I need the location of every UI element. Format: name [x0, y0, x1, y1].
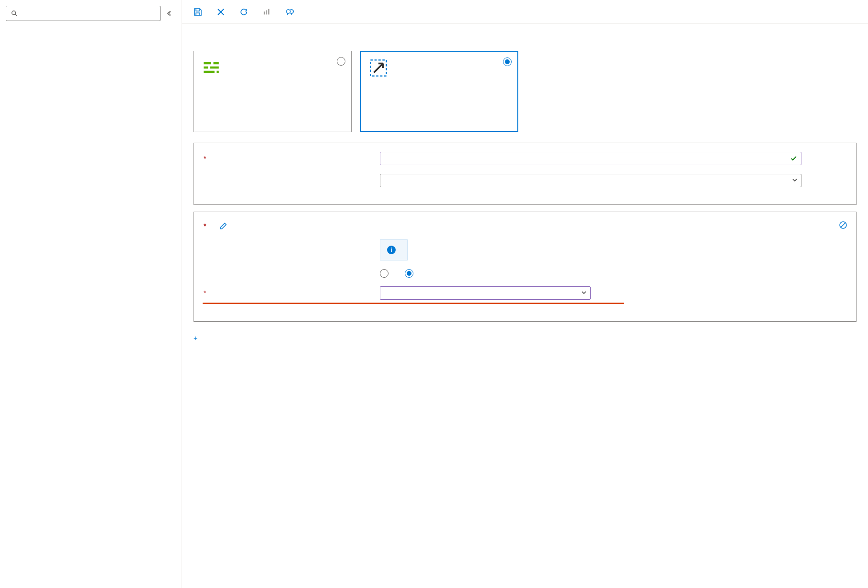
disable-condition-icon[interactable]	[839, 221, 847, 231]
tab-bar	[182, 24, 868, 31]
search-input[interactable]	[22, 10, 156, 17]
chevron-down-icon	[581, 289, 587, 297]
plus-icon: +	[194, 334, 197, 342]
info-icon: i	[387, 246, 396, 254]
delete-warning-info: i	[380, 239, 408, 260]
radio-icon	[337, 57, 345, 66]
scale-mode-count-radio[interactable]	[405, 269, 417, 278]
search-icon	[10, 9, 19, 18]
edit-condition-button[interactable]	[219, 222, 227, 230]
toolbar	[182, 0, 868, 24]
highlight-underline	[203, 303, 624, 304]
resource-group-select[interactable]	[380, 174, 801, 187]
condition-instance-count-select[interactable]	[380, 286, 591, 300]
autoscale-name-input[interactable]	[380, 152, 801, 165]
discard-button[interactable]	[217, 8, 228, 16]
svg-rect-3	[266, 10, 267, 14]
radio-icon	[503, 57, 512, 66]
sidebar	[0, 0, 182, 588]
svg-point-0	[12, 11, 16, 15]
svg-rect-8	[204, 67, 208, 69]
svg-rect-4	[268, 9, 270, 14]
manual-scale-icon	[202, 58, 221, 77]
svg-rect-2	[264, 11, 265, 14]
scale-mode-metric-radio[interactable]	[380, 269, 392, 278]
autoscale-name-label: *	[203, 155, 380, 162]
manual-scale-card[interactable]	[194, 51, 352, 132]
main-content: *	[182, 0, 868, 588]
autoscale-settings-panel: *	[194, 143, 857, 205]
svg-rect-6	[204, 62, 211, 65]
collapse-sidebar-button[interactable]	[164, 8, 176, 19]
custom-autoscale-card[interactable]	[360, 51, 518, 132]
svg-rect-10	[204, 71, 215, 73]
chevron-down-icon	[792, 177, 798, 184]
discard-icon	[217, 8, 225, 16]
search-box[interactable]	[6, 6, 160, 21]
condition-title: *	[203, 222, 206, 230]
refresh-icon	[240, 8, 248, 16]
svg-rect-9	[210, 67, 219, 69]
feedback-icon	[286, 8, 294, 16]
feedback-button[interactable]	[286, 8, 297, 16]
logs-button	[263, 8, 274, 16]
check-icon	[790, 155, 798, 162]
save-icon	[194, 8, 202, 16]
svg-rect-11	[217, 71, 219, 73]
default-condition-panel: * i	[194, 212, 857, 322]
add-scale-condition-button[interactable]: +	[194, 334, 200, 342]
svg-line-1	[15, 14, 17, 16]
logs-icon	[263, 8, 271, 16]
custom-autoscale-icon	[369, 58, 388, 78]
condition-instance-count-label: *	[203, 289, 380, 297]
svg-rect-7	[214, 62, 219, 65]
refresh-button[interactable]	[240, 8, 251, 16]
save-button[interactable]	[194, 8, 205, 16]
svg-line-14	[841, 223, 845, 227]
